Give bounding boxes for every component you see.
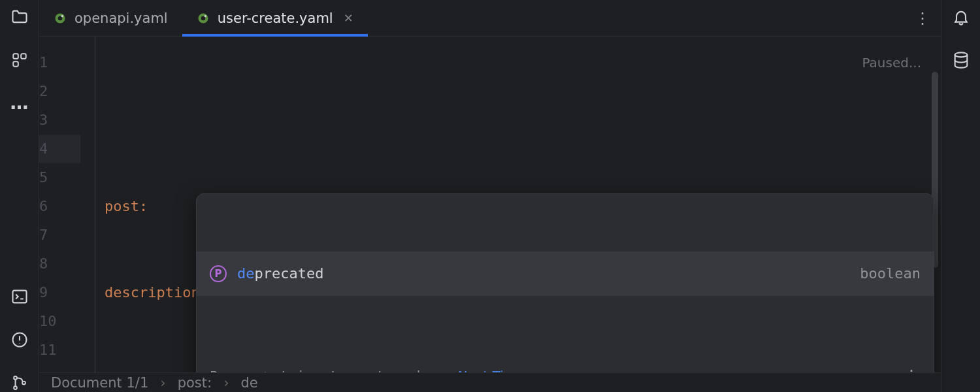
line-number: 4 [39, 135, 80, 163]
svg-point-13 [204, 15, 206, 17]
svg-point-10 [61, 15, 63, 17]
tab-key-icon: ⇥ [353, 361, 365, 372]
line-number: 6 [39, 192, 80, 221]
tab-bar: openapi.yaml user-create.yaml ✕ ⋮ [39, 0, 941, 37]
inlay-status: Paused... [862, 48, 921, 77]
line-number: 1 [39, 48, 80, 77]
editor[interactable]: 1 2 3 4 5 6 7 8 9 10 11 12 Paused... pos… [39, 37, 941, 372]
problems-icon[interactable] [10, 331, 29, 349]
svg-point-6 [14, 386, 17, 389]
completion-footer: Press ↵ to insert, ⇥ to replace Next Tip… [197, 353, 934, 372]
tab-label: openapi.yaml [74, 10, 168, 26]
tab-openapi[interactable]: openapi.yaml [39, 0, 182, 36]
property-icon: P [210, 265, 227, 282]
line-number: 5 [39, 163, 80, 192]
completion-label: deprecated [237, 259, 323, 288]
breadcrumb-bar: Document 1/1 › post: › de [39, 372, 941, 392]
folder-icon[interactable] [10, 8, 29, 26]
line-number: 8 [39, 250, 80, 278]
svg-rect-0 [13, 54, 18, 59]
completion-type: boolean [860, 259, 921, 288]
line-number-gutter: 1 2 3 4 5 6 7 8 9 10 11 12 [39, 37, 95, 372]
breadcrumb-segment[interactable]: post: [178, 375, 212, 391]
editor-content[interactable]: Paused... post: description: "save user"… [95, 37, 941, 372]
left-activity-bar: … [0, 0, 39, 392]
terminal-icon[interactable] [10, 287, 29, 306]
line-number: 2 [39, 77, 80, 106]
database-icon[interactable] [952, 51, 970, 69]
svg-point-7 [22, 382, 25, 385]
right-activity-bar [941, 0, 980, 392]
completion-menu-icon[interactable]: ⋮ [904, 361, 921, 372]
tab-label: user-create.yaml [218, 10, 333, 26]
line-number: 3 [39, 106, 80, 135]
svg-rect-2 [13, 61, 18, 67]
next-tip-link[interactable]: Next Tip [458, 361, 512, 372]
completion-item[interactable]: P deprecated boolean [197, 252, 934, 296]
enter-key-icon: ↵ [257, 361, 269, 372]
openapi-file-icon [54, 12, 67, 25]
tab-user-create[interactable]: user-create.yaml ✕ [182, 0, 368, 36]
openapi-file-icon [197, 12, 210, 25]
structure-icon[interactable] [10, 51, 29, 69]
git-icon[interactable] [10, 374, 29, 392]
more-icon[interactable]: … [10, 94, 29, 112]
breadcrumb-segment[interactable]: de [241, 375, 258, 391]
main-area: openapi.yaml user-create.yaml ✕ ⋮ 1 2 3 … [39, 0, 941, 392]
line-number: 9 [39, 278, 80, 307]
line-number: 7 [39, 221, 80, 250]
line-number: 10 [39, 307, 80, 336]
svg-point-5 [14, 376, 17, 380]
tabs-menu-icon[interactable]: ⋮ [915, 9, 932, 27]
line-number: 12 [39, 365, 80, 372]
line-number: 11 [39, 336, 80, 365]
svg-rect-1 [21, 54, 26, 59]
document-counter[interactable]: Document 1/1 [51, 375, 148, 391]
close-icon[interactable]: ✕ [344, 11, 353, 25]
bell-icon[interactable] [952, 8, 970, 26]
completion-popup: P deprecated boolean Press ↵ to insert, … [196, 193, 934, 372]
svg-rect-3 [12, 291, 26, 303]
svg-point-14 [955, 52, 967, 57]
